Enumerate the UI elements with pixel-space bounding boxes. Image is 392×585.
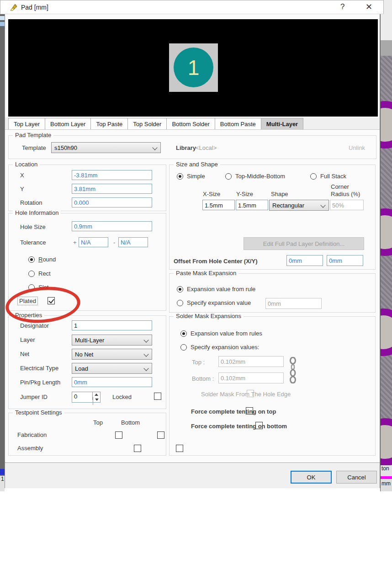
simple-radio[interactable]: Simple [177, 173, 205, 180]
library-label: Library [176, 144, 196, 151]
net-select[interactable]: No Net [72, 349, 152, 360]
assembly-top-checkbox[interactable] [134, 445, 141, 452]
pcb-pad-ring [381, 308, 392, 356]
rotation-label: Rotation [20, 199, 42, 206]
tab-top-paste[interactable]: Top Paste [90, 118, 128, 129]
net-select-value: No Net [75, 351, 93, 358]
jumper-id-stepper[interactable]: 0 [72, 392, 101, 403]
paste-specify-value-input [265, 298, 322, 309]
paste-specify-radio-circle [177, 300, 183, 306]
hole-size-label: Hole Size [20, 223, 46, 230]
library-value: <Local> [196, 144, 217, 151]
pad-dialog-icon [10, 3, 18, 11]
electrical-type-select[interactable]: Load [72, 363, 152, 374]
net-label: Net [20, 351, 29, 357]
designator-label: Designator [20, 322, 49, 329]
round-radio-circle [28, 256, 35, 263]
close-icon[interactable]: ✕ [366, 2, 372, 12]
rotation-input[interactable] [72, 197, 152, 207]
corner-radius-input [330, 200, 364, 210]
location-y-input[interactable] [72, 184, 152, 194]
pcb-status-fragment-top: ton [381, 465, 392, 476]
solder-bottom-input [218, 372, 284, 383]
size-and-shape-group: Size and Shape [169, 165, 376, 270]
pin-pkg-length-input[interactable] [72, 377, 152, 387]
spin-down-icon[interactable] [93, 397, 93, 405]
dialog-titlebar[interactable]: Pad [mm] ? ✕ [0, 0, 384, 14]
link-values-chain-icon[interactable] [288, 357, 297, 383]
dialog-title: Pad [mm] [21, 4, 48, 11]
offset-from-hole-center-label: Offset From Hole Center (X/Y) [174, 258, 257, 265]
tab-top-layer[interactable]: Top Layer [8, 118, 45, 129]
shape-header: Shape [271, 191, 288, 197]
testpoint-col-top: Top [93, 419, 103, 426]
fabrication-top-checkbox[interactable] [115, 431, 122, 439]
tolerance-label: Tolerance [20, 239, 46, 246]
hole-size-input[interactable] [72, 221, 152, 231]
locked-checkbox[interactable] [154, 393, 161, 400]
top-middle-bottom-radio[interactable]: Top-Middle-Bottom [225, 173, 285, 180]
rect-radio-circle [28, 271, 35, 277]
pad-number: 1 [188, 55, 200, 80]
shape-select[interactable]: Rectangular [269, 200, 329, 211]
layer-tab-strip: Top Layer Bottom Layer Top Paste Top Sol… [5, 117, 380, 130]
cancel-button[interactable]: Cancel [336, 471, 377, 484]
y-size-input[interactable] [236, 200, 268, 210]
solder-rules-radio-circle [180, 330, 187, 337]
jumper-id-spin-buttons[interactable] [92, 392, 100, 402]
pcb-editor-background: ton mm [380, 0, 392, 491]
tolerance-plus-input[interactable] [79, 237, 108, 247]
location-y-label: Y [20, 186, 24, 192]
hole-shape-round-radio[interactable]: Round [28, 256, 56, 263]
x-size-input[interactable] [202, 200, 235, 210]
electrical-type-label: Electrical Type [20, 365, 58, 372]
paste-rule-radio-circle [177, 286, 183, 292]
paste-specify-expansion-radio[interactable]: Specify expansion value [177, 299, 251, 306]
designator-input[interactable] [72, 320, 152, 330]
pad-hole-circle: 1 [174, 48, 213, 87]
left-edge-icon-fragment [0, 16, 5, 20]
corner-header-line1: Corner [331, 183, 349, 190]
full-stack-radio-circle [310, 173, 317, 180]
pcb-pour-area [381, 56, 392, 465]
help-button[interactable]: ? [340, 2, 344, 11]
y-size-header: Y-Size [236, 191, 253, 197]
hole-shape-rect-radio[interactable]: Rect [28, 270, 51, 277]
offset-y-input[interactable] [327, 255, 363, 266]
full-stack-radio[interactable]: Full Stack [310, 173, 346, 180]
fabrication-bottom-checkbox[interactable] [157, 431, 164, 439]
paste-rule-radio-label: Expansion value from rule [187, 286, 255, 292]
fabrication-label: Fabrication [17, 431, 47, 438]
electrical-type-select-value: Load [75, 365, 88, 372]
testpoint-col-bottom: Bottom [121, 419, 140, 426]
solder-expansion-from-rules-radio[interactable]: Expansion value from rules [180, 330, 262, 337]
solder-bottom-label: Bottom : [192, 375, 214, 382]
layer-select[interactable]: Multi-Layer [72, 335, 152, 346]
tab-bottom-solder[interactable]: Bottom Solder [166, 118, 215, 129]
tab-multi-layer[interactable]: Multi-Layer [261, 118, 303, 129]
tab-top-solder[interactable]: Top Solder [127, 118, 167, 129]
pcb-pad-ring [381, 208, 392, 256]
template-label: Template [22, 144, 46, 151]
solder-rules-radio-label: Expansion value from rules [191, 330, 262, 337]
app-left-edge: 1 [0, 14, 5, 491]
solder-specify-radio-circle [180, 344, 187, 351]
offset-x-input[interactable] [286, 255, 323, 266]
tab-bottom-paste[interactable]: Bottom Paste [215, 118, 261, 129]
pad-preview-canvas[interactable]: 1 [8, 19, 378, 117]
locked-label: Locked [112, 394, 132, 400]
paste-expansion-from-rule-radio[interactable]: Expansion value from rule [177, 286, 255, 292]
template-select-value: s150h90 [54, 144, 77, 151]
force-tenting-bottom-label: Force complete tenting on bottom [191, 423, 287, 430]
simple-radio-label: Simple [187, 173, 205, 180]
pcb-pad-ring [381, 101, 392, 149]
pad-template-legend: Pad Template [13, 132, 53, 138]
tolerance-minus-input[interactable] [118, 237, 148, 247]
template-select[interactable]: s150h90 [51, 142, 161, 153]
ok-button[interactable]: OK [291, 471, 332, 484]
tab-bottom-layer[interactable]: Bottom Layer [45, 118, 91, 129]
shape-select-value: Rectangular [272, 202, 304, 209]
pcb-pad-ring [381, 418, 392, 465]
location-x-input[interactable] [72, 170, 152, 180]
solder-specify-values-radio[interactable]: Specify expansion values: [180, 344, 259, 351]
